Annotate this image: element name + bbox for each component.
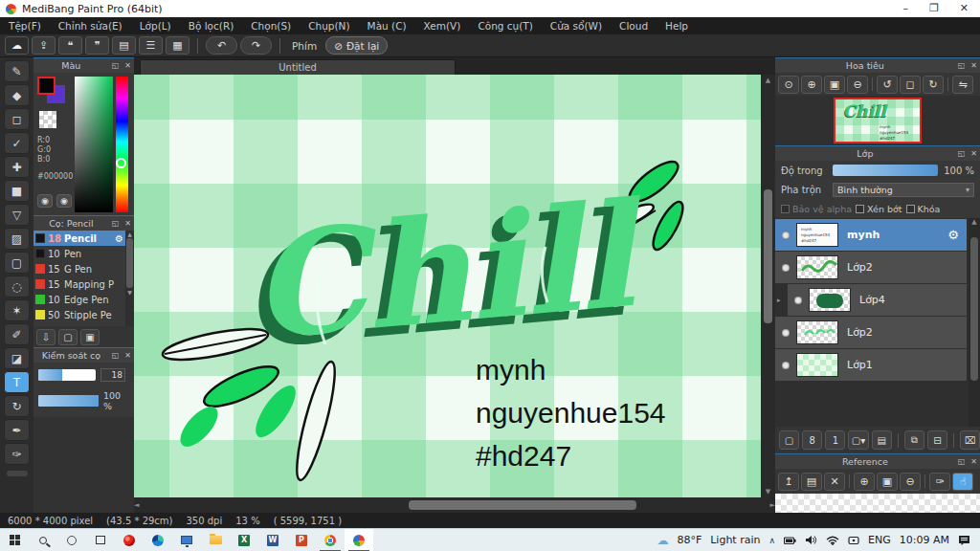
- new-8bit-layer-icon[interactable]: 8: [802, 430, 822, 450]
- brush-cloud-download-icon[interactable]: ⇩: [36, 329, 56, 345]
- tool-size-slider[interactable]: [7, 471, 28, 476]
- brush-item-stipple-pen[interactable]: 50 Stipple Pe: [33, 307, 125, 322]
- brush-item-g-pen[interactable]: 15 G Pen: [33, 261, 125, 276]
- popout-icon[interactable]: ◱: [109, 351, 122, 360]
- brush-list-scrollbar[interactable]: ▲ ▼: [125, 231, 134, 326]
- notification-icon[interactable]: [958, 535, 970, 545]
- clear-reference-icon[interactable]: ✕: [824, 473, 845, 491]
- layer-row-lop1[interactable]: Lớp1: [775, 349, 967, 381]
- eyedropper-tool-button[interactable]: ✑: [4, 443, 30, 465]
- shape-tool-button[interactable]: ◻: [4, 108, 30, 130]
- menu-cong-cu[interactable]: Công cụ(T): [469, 17, 541, 34]
- fit-window-icon[interactable]: ▣: [824, 76, 845, 94]
- show-hidden-icons-chevron[interactable]: ∧: [768, 536, 775, 545]
- cloud-icon[interactable]: ☁: [5, 36, 29, 55]
- popout-icon[interactable]: ◱: [955, 149, 969, 158]
- trash-icon[interactable]: ⌧: [960, 430, 980, 450]
- brush-item-pencil[interactable]: 18 Pencil ⚙: [33, 231, 125, 246]
- hotspot-icon[interactable]: [848, 536, 859, 545]
- merge-layer-icon[interactable]: ⊟: [927, 430, 947, 450]
- gradient-tool-button[interactable]: ▨: [4, 228, 30, 250]
- menu-cloud[interactable]: Cloud: [611, 17, 657, 34]
- brush-tool-button[interactable]: ✎: [4, 60, 30, 82]
- medibang-taskbar-button[interactable]: [345, 529, 373, 551]
- edge-button[interactable]: [144, 529, 172, 551]
- import-brush-icon[interactable]: ▣: [80, 329, 100, 345]
- brush-item-pen[interactable]: 10 Pen: [33, 246, 125, 261]
- close-icon[interactable]: ✕: [122, 351, 134, 360]
- layer-visibility-toggle[interactable]: [775, 329, 796, 337]
- cortana-button[interactable]: [57, 529, 86, 551]
- menu-chon[interactable]: Chọn(S): [242, 17, 300, 34]
- alpha-protect-checkbox[interactable]: Bảo vệ alpha: [781, 204, 852, 214]
- grid-icon[interactable]: ▦: [166, 36, 189, 55]
- layer-settings-gear-icon[interactable]: ⚙: [947, 228, 967, 242]
- duplicate-layer-icon[interactable]: ⧉: [904, 430, 924, 450]
- chat-icon[interactable]: ❝: [58, 36, 82, 55]
- speaker-icon[interactable]: [805, 535, 817, 545]
- add-layer-menu-icon[interactable]: ▢▾: [848, 430, 868, 450]
- rotate-cw-icon[interactable]: ↻: [923, 76, 944, 94]
- palette-add-icon[interactable]: ◉: [56, 194, 72, 208]
- move-tool-button[interactable]: ✚: [4, 156, 30, 178]
- ref-fit-icon[interactable]: ▣: [877, 473, 898, 491]
- new-layer-icon[interactable]: ▢: [779, 430, 799, 450]
- drawing-canvas[interactable]: Chill Chill mynh nguyenhue154 #hd247: [134, 75, 761, 497]
- horizontal-scroll-thumb[interactable]: [409, 500, 636, 510]
- material-icon[interactable]: ☰: [139, 36, 163, 55]
- brush-opacity-slider[interactable]: [38, 395, 99, 407]
- menu-lop[interactable]: Lớp(L): [131, 17, 180, 34]
- layer-visibility-toggle[interactable]: [788, 297, 809, 304]
- menu-help[interactable]: Help: [657, 17, 697, 34]
- menu-bo-loc[interactable]: Bộ lọc(R): [180, 17, 243, 34]
- minimize-button[interactable]: –: [902, 1, 908, 16]
- rotate-ccw-icon[interactable]: ↺: [877, 76, 898, 94]
- document-icon[interactable]: ▤: [112, 36, 136, 55]
- bucket-tool-button[interactable]: ▽: [4, 204, 30, 226]
- close-icon[interactable]: ✕: [122, 61, 134, 70]
- lock-checkbox[interactable]: Khóa: [906, 204, 941, 214]
- menu-chinh-sua[interactable]: Chỉnh sửa(E): [50, 17, 131, 34]
- start-button[interactable]: [0, 529, 29, 551]
- weather-icon[interactable]: ☁: [657, 534, 668, 547]
- hue-slider[interactable]: [116, 77, 128, 212]
- zoom-actual-icon[interactable]: ⊙: [778, 76, 799, 94]
- hand-tool-icon[interactable]: ☝: [952, 473, 973, 491]
- popout-icon[interactable]: ◱: [955, 457, 969, 466]
- menu-tep[interactable]: Tệp(F): [0, 17, 50, 34]
- flip-view-icon[interactable]: ⇋: [952, 76, 973, 94]
- eraser-tool-button[interactable]: ◆: [4, 84, 30, 106]
- chrome-button[interactable]: [316, 529, 345, 551]
- new-brush-icon[interactable]: ▢: [58, 329, 78, 345]
- ref-zoom-out-icon[interactable]: ⊖: [900, 473, 921, 491]
- layer-folder-icon[interactable]: ▤: [872, 430, 892, 450]
- temperature[interactable]: 88°F: [677, 534, 702, 546]
- new-1bit-layer-icon[interactable]: 1: [825, 430, 845, 450]
- layer-list-scrollbar[interactable]: ▲: [969, 218, 980, 427]
- excel-button[interactable]: X: [230, 529, 258, 551]
- brush-item-edge-pen[interactable]: 10 Edge Pen: [33, 292, 125, 307]
- weather-condition[interactable]: Light rain: [710, 534, 760, 546]
- comment-icon[interactable]: ❞: [85, 36, 109, 55]
- language-indicator[interactable]: ENG: [868, 534, 891, 546]
- layer-visibility-toggle[interactable]: [775, 231, 796, 239]
- layer-row-mynh[interactable]: mynh nguyenhue154 #hd247 mynh ⚙: [775, 219, 967, 251]
- select-eraser-tool-button[interactable]: ◪: [4, 347, 30, 369]
- brush-size-slider[interactable]: [38, 369, 96, 381]
- restore-button[interactable]: ❐: [929, 1, 939, 16]
- rotate-view-tool-button[interactable]: ↻: [4, 395, 30, 417]
- control-point-tool-button[interactable]: ✓: [4, 132, 30, 154]
- vertical-scroll-thumb[interactable]: [764, 189, 772, 323]
- close-icon[interactable]: ✕: [968, 457, 980, 466]
- menu-xem[interactable]: Xem(V): [415, 17, 470, 34]
- layer-visibility-toggle[interactable]: [775, 264, 796, 272]
- close-icon[interactable]: ✕: [122, 219, 134, 228]
- ref-zoom-in-icon[interactable]: ⊕: [854, 473, 875, 491]
- layer-visibility-toggle[interactable]: [775, 362, 796, 369]
- zoom-in-icon[interactable]: ⊕: [801, 76, 822, 94]
- clock[interactable]: 10:09 AM: [900, 534, 949, 546]
- pen-tool-button[interactable]: ✒: [4, 419, 30, 441]
- scroll-up-arrow[interactable]: ▲: [766, 75, 770, 86]
- powerpoint-button[interactable]: P: [287, 529, 316, 551]
- layer-opacity-slider[interactable]: [833, 165, 938, 176]
